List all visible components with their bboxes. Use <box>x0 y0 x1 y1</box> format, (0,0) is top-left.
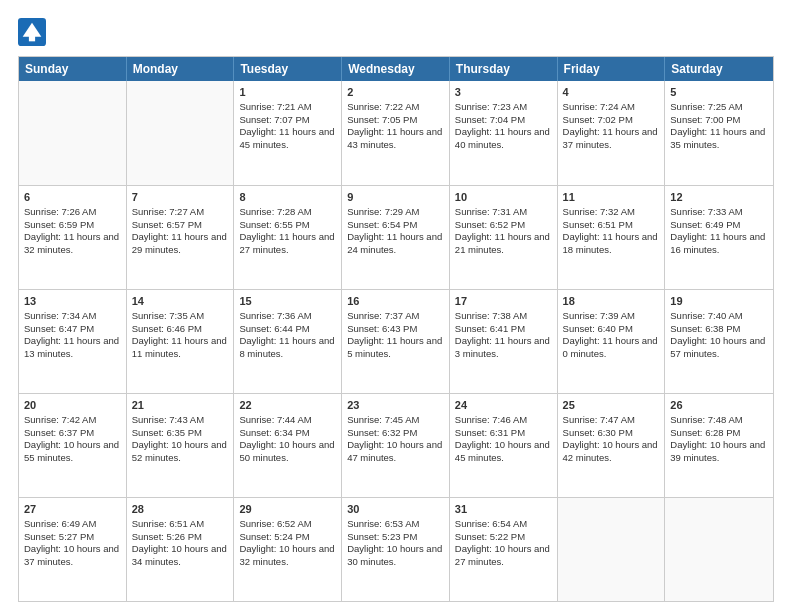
calendar-cell: 12Sunrise: 7:33 AM Sunset: 6:49 PM Dayli… <box>665 186 773 289</box>
calendar-cell: 17Sunrise: 7:38 AM Sunset: 6:41 PM Dayli… <box>450 290 558 393</box>
calendar-cell: 18Sunrise: 7:39 AM Sunset: 6:40 PM Dayli… <box>558 290 666 393</box>
calendar-cell <box>127 81 235 185</box>
header-day-thursday: Thursday <box>450 57 558 81</box>
calendar-row-5: 27Sunrise: 6:49 AM Sunset: 5:27 PM Dayli… <box>19 497 773 601</box>
calendar-cell: 2Sunrise: 7:22 AM Sunset: 7:05 PM Daylig… <box>342 81 450 185</box>
day-number: 16 <box>347 294 444 309</box>
calendar-cell: 30Sunrise: 6:53 AM Sunset: 5:23 PM Dayli… <box>342 498 450 601</box>
day-info: Sunrise: 7:39 AM Sunset: 6:40 PM Dayligh… <box>563 310 658 359</box>
day-number: 11 <box>563 190 660 205</box>
calendar-cell: 19Sunrise: 7:40 AM Sunset: 6:38 PM Dayli… <box>665 290 773 393</box>
day-info: Sunrise: 7:21 AM Sunset: 7:07 PM Dayligh… <box>239 101 334 150</box>
calendar-cell: 31Sunrise: 6:54 AM Sunset: 5:22 PM Dayli… <box>450 498 558 601</box>
day-number: 19 <box>670 294 768 309</box>
day-number: 21 <box>132 398 229 413</box>
day-number: 6 <box>24 190 121 205</box>
day-number: 1 <box>239 85 336 100</box>
svg-rect-2 <box>29 34 35 42</box>
day-number: 29 <box>239 502 336 517</box>
calendar-cell: 7Sunrise: 7:27 AM Sunset: 6:57 PM Daylig… <box>127 186 235 289</box>
page: SundayMondayTuesdayWednesdayThursdayFrid… <box>0 0 792 612</box>
day-info: Sunrise: 7:26 AM Sunset: 6:59 PM Dayligh… <box>24 206 119 255</box>
calendar-cell: 29Sunrise: 6:52 AM Sunset: 5:24 PM Dayli… <box>234 498 342 601</box>
calendar-cell: 15Sunrise: 7:36 AM Sunset: 6:44 PM Dayli… <box>234 290 342 393</box>
calendar-cell: 25Sunrise: 7:47 AM Sunset: 6:30 PM Dayli… <box>558 394 666 497</box>
calendar-cell <box>665 498 773 601</box>
day-number: 24 <box>455 398 552 413</box>
day-info: Sunrise: 6:54 AM Sunset: 5:22 PM Dayligh… <box>455 518 550 567</box>
calendar-row-3: 13Sunrise: 7:34 AM Sunset: 6:47 PM Dayli… <box>19 289 773 393</box>
header-day-tuesday: Tuesday <box>234 57 342 81</box>
calendar-cell: 21Sunrise: 7:43 AM Sunset: 6:35 PM Dayli… <box>127 394 235 497</box>
calendar-cell: 14Sunrise: 7:35 AM Sunset: 6:46 PM Dayli… <box>127 290 235 393</box>
header <box>18 18 774 46</box>
calendar-cell: 26Sunrise: 7:48 AM Sunset: 6:28 PM Dayli… <box>665 394 773 497</box>
day-info: Sunrise: 7:28 AM Sunset: 6:55 PM Dayligh… <box>239 206 334 255</box>
calendar-cell: 8Sunrise: 7:28 AM Sunset: 6:55 PM Daylig… <box>234 186 342 289</box>
day-number: 28 <box>132 502 229 517</box>
day-info: Sunrise: 6:49 AM Sunset: 5:27 PM Dayligh… <box>24 518 119 567</box>
day-number: 20 <box>24 398 121 413</box>
day-info: Sunrise: 7:29 AM Sunset: 6:54 PM Dayligh… <box>347 206 442 255</box>
day-info: Sunrise: 7:34 AM Sunset: 6:47 PM Dayligh… <box>24 310 119 359</box>
day-info: Sunrise: 7:43 AM Sunset: 6:35 PM Dayligh… <box>132 414 227 463</box>
day-number: 12 <box>670 190 768 205</box>
calendar-header: SundayMondayTuesdayWednesdayThursdayFrid… <box>19 57 773 81</box>
header-day-saturday: Saturday <box>665 57 773 81</box>
calendar-cell: 22Sunrise: 7:44 AM Sunset: 6:34 PM Dayli… <box>234 394 342 497</box>
day-info: Sunrise: 7:47 AM Sunset: 6:30 PM Dayligh… <box>563 414 658 463</box>
day-number: 18 <box>563 294 660 309</box>
day-number: 25 <box>563 398 660 413</box>
logo <box>18 18 50 46</box>
day-info: Sunrise: 7:42 AM Sunset: 6:37 PM Dayligh… <box>24 414 119 463</box>
day-info: Sunrise: 7:27 AM Sunset: 6:57 PM Dayligh… <box>132 206 227 255</box>
calendar: SundayMondayTuesdayWednesdayThursdayFrid… <box>18 56 774 602</box>
calendar-cell: 10Sunrise: 7:31 AM Sunset: 6:52 PM Dayli… <box>450 186 558 289</box>
calendar-cell: 13Sunrise: 7:34 AM Sunset: 6:47 PM Dayli… <box>19 290 127 393</box>
day-number: 31 <box>455 502 552 517</box>
day-number: 3 <box>455 85 552 100</box>
day-info: Sunrise: 7:48 AM Sunset: 6:28 PM Dayligh… <box>670 414 765 463</box>
calendar-cell: 6Sunrise: 7:26 AM Sunset: 6:59 PM Daylig… <box>19 186 127 289</box>
calendar-cell <box>558 498 666 601</box>
day-number: 13 <box>24 294 121 309</box>
day-number: 5 <box>670 85 768 100</box>
calendar-row-1: 1Sunrise: 7:21 AM Sunset: 7:07 PM Daylig… <box>19 81 773 185</box>
calendar-row-2: 6Sunrise: 7:26 AM Sunset: 6:59 PM Daylig… <box>19 185 773 289</box>
day-info: Sunrise: 6:51 AM Sunset: 5:26 PM Dayligh… <box>132 518 227 567</box>
day-info: Sunrise: 7:37 AM Sunset: 6:43 PM Dayligh… <box>347 310 442 359</box>
calendar-body: 1Sunrise: 7:21 AM Sunset: 7:07 PM Daylig… <box>19 81 773 601</box>
day-info: Sunrise: 7:25 AM Sunset: 7:00 PM Dayligh… <box>670 101 765 150</box>
calendar-cell: 28Sunrise: 6:51 AM Sunset: 5:26 PM Dayli… <box>127 498 235 601</box>
day-number: 2 <box>347 85 444 100</box>
day-info: Sunrise: 6:53 AM Sunset: 5:23 PM Dayligh… <box>347 518 442 567</box>
calendar-cell: 16Sunrise: 7:37 AM Sunset: 6:43 PM Dayli… <box>342 290 450 393</box>
calendar-cell: 24Sunrise: 7:46 AM Sunset: 6:31 PM Dayli… <box>450 394 558 497</box>
logo-icon <box>18 18 46 46</box>
day-number: 17 <box>455 294 552 309</box>
calendar-cell: 20Sunrise: 7:42 AM Sunset: 6:37 PM Dayli… <box>19 394 127 497</box>
day-info: Sunrise: 7:31 AM Sunset: 6:52 PM Dayligh… <box>455 206 550 255</box>
day-info: Sunrise: 7:44 AM Sunset: 6:34 PM Dayligh… <box>239 414 334 463</box>
calendar-cell: 5Sunrise: 7:25 AM Sunset: 7:00 PM Daylig… <box>665 81 773 185</box>
calendar-cell: 4Sunrise: 7:24 AM Sunset: 7:02 PM Daylig… <box>558 81 666 185</box>
day-info: Sunrise: 7:22 AM Sunset: 7:05 PM Dayligh… <box>347 101 442 150</box>
calendar-row-4: 20Sunrise: 7:42 AM Sunset: 6:37 PM Dayli… <box>19 393 773 497</box>
day-number: 14 <box>132 294 229 309</box>
day-info: Sunrise: 7:45 AM Sunset: 6:32 PM Dayligh… <box>347 414 442 463</box>
day-number: 15 <box>239 294 336 309</box>
header-day-monday: Monday <box>127 57 235 81</box>
header-day-friday: Friday <box>558 57 666 81</box>
day-info: Sunrise: 7:24 AM Sunset: 7:02 PM Dayligh… <box>563 101 658 150</box>
day-number: 10 <box>455 190 552 205</box>
day-info: Sunrise: 7:35 AM Sunset: 6:46 PM Dayligh… <box>132 310 227 359</box>
calendar-cell: 11Sunrise: 7:32 AM Sunset: 6:51 PM Dayli… <box>558 186 666 289</box>
day-number: 26 <box>670 398 768 413</box>
day-number: 22 <box>239 398 336 413</box>
day-number: 7 <box>132 190 229 205</box>
day-number: 30 <box>347 502 444 517</box>
calendar-cell: 23Sunrise: 7:45 AM Sunset: 6:32 PM Dayli… <box>342 394 450 497</box>
day-info: Sunrise: 7:32 AM Sunset: 6:51 PM Dayligh… <box>563 206 658 255</box>
day-number: 4 <box>563 85 660 100</box>
calendar-cell: 1Sunrise: 7:21 AM Sunset: 7:07 PM Daylig… <box>234 81 342 185</box>
